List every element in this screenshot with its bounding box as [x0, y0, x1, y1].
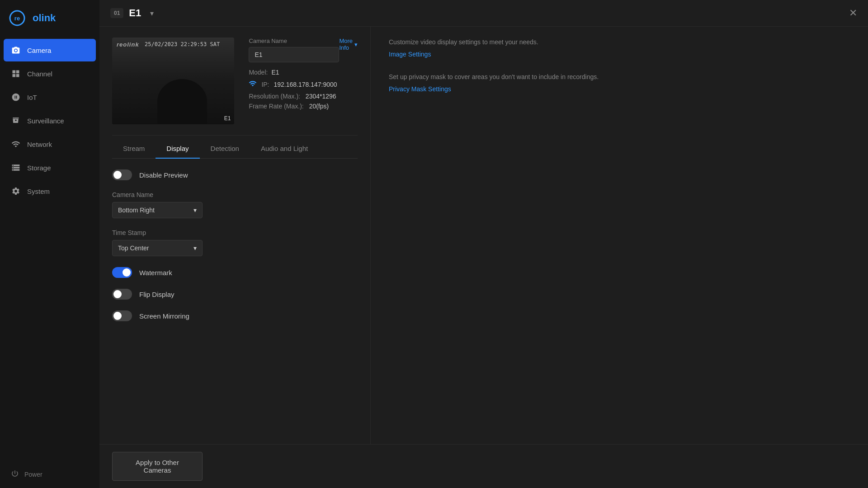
watermark-row: Watermark	[112, 267, 358, 278]
watermark-label: Watermark	[139, 269, 172, 277]
timestamp-label: Time Stamp	[112, 229, 358, 236]
left-panel: reolink 25/02/2023 22:29:53 SAT E1 Camer…	[99, 27, 371, 444]
tab-stream[interactable]: Stream	[112, 139, 156, 159]
disable-preview-track	[112, 169, 132, 180]
sidebar-item-label-system: System	[27, 188, 50, 195]
logo: re olink	[0, 0, 99, 39]
sidebar-item-surveillance[interactable]: Surveillance	[4, 109, 96, 132]
camera-name-pos-label: Camera Name	[112, 191, 358, 198]
more-info-button[interactable]: More Info ▾	[339, 38, 358, 51]
svg-text:re: re	[14, 15, 20, 22]
camera-name-row: Camera Name More Info ▾	[249, 38, 358, 62]
disable-preview-label: Disable Preview	[139, 171, 188, 179]
tab-display[interactable]: Display	[156, 139, 199, 159]
flip-display-track	[112, 289, 132, 300]
image-settings-link[interactable]: Image Settings	[389, 51, 850, 58]
timestamp-row: Time Stamp Top Center ▾	[112, 229, 358, 256]
sidebar-item-storage[interactable]: Storage	[4, 156, 96, 179]
sidebar-item-label-surveillance: Surveillance	[27, 117, 64, 125]
sidebar-nav: Camera Channel IoT	[0, 39, 99, 460]
topbar: 01 E1 ▾ ✕	[99, 0, 868, 27]
tab-detection[interactable]: Detection	[200, 139, 250, 159]
privacy-mask-link[interactable]: Privacy Mask Settings	[389, 85, 850, 93]
sidebar-item-label-camera: Camera	[27, 47, 51, 54]
main-content: 01 E1 ▾ ✕ reolink 25/02/2023 22:29:53 SA…	[99, 0, 868, 488]
chevron-down-icon[interactable]: ▾	[150, 9, 154, 18]
privacy-mask-block: Set up privacy mask to cover areas you d…	[389, 72, 850, 93]
disable-preview-toggle[interactable]	[112, 169, 132, 180]
disable-preview-thumb	[113, 171, 122, 179]
ip-value: 192.168.178.147:9000	[274, 81, 337, 88]
camera-name-input[interactable]	[249, 47, 339, 62]
sidebar-item-label-storage: Storage	[27, 164, 51, 172]
network-icon	[11, 139, 21, 149]
model-row: Model: E1	[249, 69, 358, 76]
ip-label: IP:	[261, 81, 269, 88]
sidebar-item-iot[interactable]: IoT	[4, 86, 96, 108]
camera-preview: reolink 25/02/2023 22:29:53 SAT E1	[112, 38, 234, 124]
sidebar-item-label-network: Network	[27, 141, 52, 148]
fps-row: Frame Rate (Max.): 20(fps)	[249, 103, 358, 110]
svg-text:olink: olink	[33, 12, 56, 23]
iot-icon	[11, 92, 21, 102]
flip-display-toggle[interactable]	[112, 289, 132, 300]
display-settings: Disable Preview Camera Name Bottom Right…	[112, 169, 358, 321]
power-button[interactable]: Power	[0, 460, 99, 488]
topbar-camera-name: E1	[129, 7, 141, 19]
image-settings-text: Customize video display settings to meet…	[389, 38, 850, 47]
wifi-icon	[249, 80, 257, 89]
right-panel: Customize video display settings to meet…	[371, 27, 868, 444]
apply-to-other-cameras-button[interactable]: Apply to Other Cameras	[112, 452, 203, 481]
screen-mirroring-toggle[interactable]	[112, 310, 132, 321]
model-label: Model:	[249, 69, 268, 76]
camera-name-pos-value: Bottom Right	[118, 206, 155, 214]
tabs: Stream Display Detection Audio and Light	[112, 139, 358, 159]
power-icon	[11, 469, 19, 479]
bottom-bar: Apply to Other Cameras	[99, 444, 868, 488]
tab-audio-and-light[interactable]: Audio and Light	[250, 139, 319, 159]
camera-name-pos-dropdown[interactable]: Bottom Right ▾	[112, 202, 203, 218]
camera-feed	[112, 38, 234, 124]
ip-row: IP: 192.168.178.147:9000	[249, 80, 358, 89]
watermark-toggle[interactable]	[112, 267, 132, 278]
resolution-row: Resolution (Max.): 2304*1296	[249, 93, 358, 100]
sidebar-item-system[interactable]: System	[4, 180, 96, 202]
timestamp-value: Top Center	[118, 244, 149, 252]
image-settings-block: Customize video display settings to meet…	[389, 38, 850, 58]
tab-divider	[112, 135, 358, 136]
timestamp-dropdown[interactable]: Top Center ▾	[112, 240, 203, 256]
sidebar: re olink Camera Channel	[0, 0, 99, 488]
chevron-down-icon-cam-name: ▾	[193, 206, 197, 214]
sidebar-item-label-channel: Channel	[27, 70, 52, 78]
fps-value: 20(fps)	[309, 103, 329, 110]
resolution-value: 2304*1296	[306, 93, 336, 100]
flip-display-thumb	[113, 290, 122, 298]
system-icon	[11, 186, 21, 196]
close-icon[interactable]: ✕	[849, 7, 857, 19]
screen-mirroring-row: Screen Mirroring	[112, 310, 358, 321]
sidebar-item-network[interactable]: Network	[4, 133, 96, 155]
watermark-track	[112, 267, 132, 278]
camera-meta: Camera Name More Info ▾ Model: E1	[249, 38, 358, 124]
disable-preview-row: Disable Preview	[112, 169, 358, 180]
more-info-label: More Info	[339, 38, 353, 51]
header-section: reolink 25/02/2023 22:29:53 SAT E1 Camer…	[112, 38, 358, 124]
camera-name-label: Camera Name	[249, 38, 339, 44]
camera-badge: 01	[110, 8, 123, 18]
chevron-down-icon-info: ▾	[354, 41, 358, 48]
screen-mirroring-track	[112, 310, 132, 321]
preview-label: E1	[224, 115, 231, 122]
sidebar-item-camera[interactable]: Camera	[4, 39, 96, 61]
flip-display-row: Flip Display	[112, 289, 358, 300]
channel-icon	[11, 69, 21, 79]
chevron-down-icon-timestamp: ▾	[193, 244, 197, 252]
resolution-label: Resolution (Max.):	[249, 93, 300, 100]
screen-mirroring-thumb	[113, 312, 122, 320]
camera-icon	[11, 45, 21, 55]
content-wrapper: reolink 25/02/2023 22:29:53 SAT E1 Camer…	[99, 27, 868, 444]
screen-mirroring-label: Screen Mirroring	[139, 312, 189, 320]
model-value: E1	[271, 69, 279, 76]
preview-timestamp: 25/02/2023 22:29:53 SAT	[145, 41, 220, 47]
sidebar-item-channel[interactable]: Channel	[4, 62, 96, 85]
fps-label: Frame Rate (Max.):	[249, 103, 303, 110]
